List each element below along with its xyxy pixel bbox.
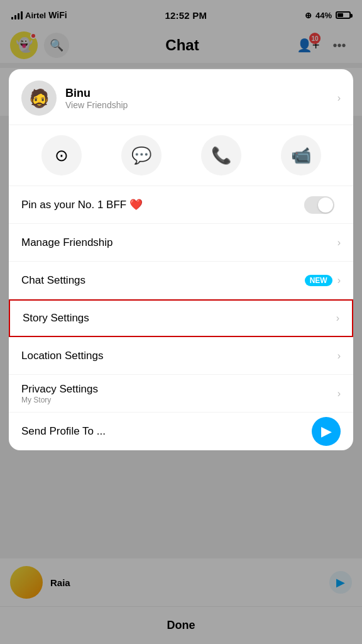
- user-avatar: 🧔: [21, 80, 57, 116]
- send-icon: ▶: [321, 423, 332, 440]
- menu-item-chat-settings[interactable]: Chat Settings NEW ›: [9, 262, 353, 299]
- view-friendship-label: View Friendship: [65, 100, 329, 110]
- manage-friendship-label: Manage Friendship: [21, 236, 337, 249]
- privacy-settings-sub: My Story: [21, 396, 337, 404]
- menu-item-pin-bff[interactable]: Pin as your No. 1 BFF ❤️: [9, 186, 353, 224]
- toggle-dot: [318, 197, 333, 213]
- chat-settings-label: Chat Settings: [21, 274, 305, 287]
- pin-bff-label: Pin as your No. 1 BFF ❤️: [21, 198, 304, 211]
- location-settings-chevron-icon: ›: [337, 350, 341, 362]
- privacy-stack: Privacy Settings My Story: [21, 383, 337, 404]
- phone-icon: 📞: [211, 146, 231, 165]
- user-name: Binu: [65, 87, 329, 100]
- profile-chevron-icon: ›: [337, 92, 341, 104]
- camera-button[interactable]: ⊙: [41, 135, 82, 175]
- menu-item-manage-friendship[interactable]: Manage Friendship ›: [9, 224, 353, 262]
- privacy-settings-chevron-icon: ›: [337, 388, 341, 399]
- new-badge: NEW: [305, 275, 332, 286]
- phone-button[interactable]: 📞: [201, 135, 241, 175]
- chat-icon: 💬: [131, 146, 151, 165]
- location-settings-label: Location Settings: [21, 350, 337, 362]
- camera-icon: ⊙: [55, 146, 69, 165]
- story-settings-label: Story Settings: [23, 312, 336, 325]
- video-button[interactable]: 📹: [281, 135, 321, 175]
- pin-toggle[interactable]: [304, 196, 334, 214]
- story-settings-chevron-icon: ›: [336, 313, 339, 324]
- privacy-settings-label: Privacy Settings: [21, 383, 337, 396]
- menu-item-story-settings[interactable]: Story Settings ›: [9, 299, 353, 337]
- profile-info: Binu View Friendship: [65, 87, 329, 110]
- menu-item-privacy-settings[interactable]: Privacy Settings My Story ›: [9, 375, 353, 413]
- manage-friendship-chevron-icon: ›: [337, 237, 341, 248]
- menu-item-send-profile[interactable]: Send Profile To ... ▶: [9, 413, 353, 450]
- video-icon: 📹: [291, 146, 311, 165]
- menu-item-location-settings[interactable]: Location Settings ›: [9, 337, 353, 375]
- modal-card: 🧔 Binu View Friendship › ⊙ 💬 📞 📹 Pin as …: [9, 69, 353, 450]
- send-profile-label: Send Profile To ...: [21, 425, 312, 438]
- menu-list: Pin as your No. 1 BFF ❤️ Manage Friendsh…: [9, 186, 353, 450]
- profile-section[interactable]: 🧔 Binu View Friendship ›: [9, 69, 353, 125]
- chat-settings-chevron-icon: ›: [337, 275, 341, 286]
- action-buttons-row: ⊙ 💬 📞 📹: [9, 125, 353, 186]
- send-profile-button[interactable]: ▶: [312, 417, 341, 446]
- chat-button[interactable]: 💬: [121, 135, 162, 175]
